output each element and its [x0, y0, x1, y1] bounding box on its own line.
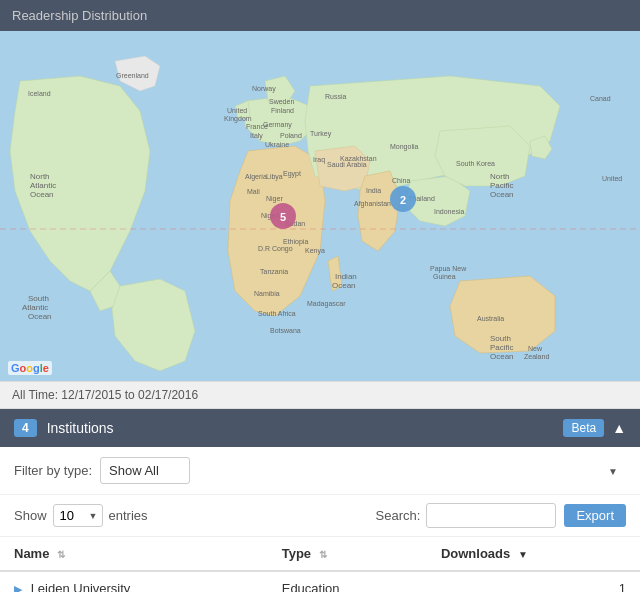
svg-text:Russia: Russia [325, 93, 347, 100]
svg-text:India: India [366, 187, 381, 194]
svg-text:5: 5 [280, 211, 286, 223]
show-label: Show [14, 508, 47, 523]
entries-label: entries [109, 508, 148, 523]
institutions-header: 4 Institutions Beta ▲ [0, 409, 640, 447]
svg-text:South Korea: South Korea [456, 160, 495, 167]
entries-select[interactable]: 10 25 50 100 [53, 504, 103, 527]
svg-text:Australia: Australia [477, 315, 504, 322]
expand-icon[interactable]: ▶ [14, 583, 22, 592]
svg-text:New: New [528, 345, 543, 352]
svg-text:Niger: Niger [266, 195, 283, 203]
svg-text:United: United [602, 175, 622, 182]
institutions-title-text: Institutions [47, 420, 114, 436]
filter-label: Filter by type: [14, 463, 92, 478]
svg-text:Finland: Finland [271, 107, 294, 114]
svg-text:Indonesia: Indonesia [434, 208, 464, 215]
beta-badge: Beta [563, 419, 604, 437]
col-type[interactable]: Type ⇅ [268, 537, 427, 571]
svg-text:Namibia: Namibia [254, 290, 280, 297]
svg-text:Guinea: Guinea [433, 273, 456, 280]
date-range-text: All Time: 12/17/2015 to 02/17/2016 [12, 388, 198, 402]
svg-text:Ocean: Ocean [490, 352, 514, 361]
svg-text:South: South [490, 334, 511, 343]
svg-text:Kenya: Kenya [305, 247, 325, 255]
svg-text:Mali: Mali [247, 188, 260, 195]
svg-text:Iceland: Iceland [28, 90, 51, 97]
svg-text:Egypt: Egypt [283, 170, 301, 178]
svg-text:Ocean: Ocean [332, 281, 356, 290]
col-type-sort-icon: ⇅ [319, 549, 327, 560]
svg-text:Libya: Libya [266, 173, 283, 181]
entries-select-wrapper: 10 25 50 100 [53, 504, 103, 527]
svg-text:Ukraine: Ukraine [265, 141, 289, 148]
search-label: Search: [376, 508, 421, 523]
svg-text:Ocean: Ocean [30, 190, 54, 199]
table-header-row: Name ⇅ Type ⇅ Downloads ▼ [0, 537, 640, 571]
date-range-bar: All Time: 12/17/2015 to 02/17/2016 [0, 381, 640, 409]
svg-text:Papua New: Papua New [430, 265, 467, 273]
svg-text:Afghanistan: Afghanistan [354, 200, 391, 208]
col-name[interactable]: Name ⇅ [0, 537, 268, 571]
svg-text:Kingdom: Kingdom [224, 115, 252, 123]
search-area: Search: Export [376, 503, 626, 528]
google-logo: Google [8, 361, 52, 375]
svg-text:Norway: Norway [252, 85, 276, 93]
filter-row: Filter by type: Show All Education Gover… [0, 447, 640, 495]
svg-text:Canad: Canad [590, 95, 611, 102]
col-downloads[interactable]: Downloads ▼ [427, 537, 640, 571]
svg-text:South: South [28, 294, 49, 303]
svg-text:Indian: Indian [335, 272, 357, 281]
svg-text:Atlantic: Atlantic [22, 303, 48, 312]
svg-text:South Africa: South Africa [258, 310, 296, 317]
svg-text:Turkey: Turkey [310, 130, 332, 138]
world-map: North Atlantic Ocean North Pacific Ocean… [0, 31, 640, 381]
svg-text:Italy: Italy [250, 132, 263, 140]
institutions-right: Beta ▲ [563, 419, 626, 437]
svg-text:Ocean: Ocean [28, 312, 52, 321]
col-name-sort-icon: ⇅ [57, 549, 65, 560]
col-type-label: Type [282, 546, 311, 561]
svg-text:Pacific: Pacific [490, 181, 514, 190]
svg-text:Madagascar: Madagascar [307, 300, 346, 308]
svg-text:2: 2 [400, 194, 406, 206]
svg-text:Ocean: Ocean [490, 190, 514, 199]
svg-text:D.R Congo: D.R Congo [258, 245, 293, 253]
svg-text:Pacific: Pacific [490, 343, 514, 352]
row-type-cell: Education [268, 571, 427, 592]
svg-text:Saudi Arabia: Saudi Arabia [327, 161, 367, 168]
institutions-title-left: 4 Institutions [14, 419, 114, 437]
filter-select-wrapper: Show All Education Government Industry H… [100, 457, 626, 484]
row-downloads-cell: 1 [427, 571, 640, 592]
institutions-table: Name ⇅ Type ⇅ Downloads ▼ ▶ Leiden Unive… [0, 537, 640, 592]
search-input[interactable] [426, 503, 556, 528]
col-downloads-label: Downloads [441, 546, 510, 561]
export-button[interactable]: Export [564, 504, 626, 527]
svg-text:Algeria: Algeria [245, 173, 267, 181]
svg-text:Greenland: Greenland [116, 72, 149, 79]
svg-text:North: North [490, 172, 510, 181]
filter-select[interactable]: Show All Education Government Industry H… [100, 457, 190, 484]
map-container: North Atlantic Ocean North Pacific Ocean… [0, 31, 640, 381]
svg-text:Poland: Poland [280, 132, 302, 139]
svg-text:China: China [392, 177, 410, 184]
svg-text:Sweden: Sweden [269, 98, 294, 105]
entries-row: Show 10 25 50 100 entries Search: Export [0, 495, 640, 537]
svg-text:Atlantic: Atlantic [30, 181, 56, 190]
col-name-label: Name [14, 546, 49, 561]
institutions-count-badge: 4 [14, 419, 37, 437]
svg-text:Germany: Germany [263, 121, 292, 129]
svg-text:North: North [30, 172, 50, 181]
institution-name: Leiden University [31, 581, 131, 592]
svg-text:Iraq: Iraq [313, 156, 325, 164]
svg-text:Botswana: Botswana [270, 327, 301, 334]
page-header: Readership Distribution [0, 0, 640, 31]
svg-text:Tanzania: Tanzania [260, 268, 288, 275]
svg-text:Zealand: Zealand [524, 353, 549, 360]
row-name-cell: ▶ Leiden University [0, 571, 268, 592]
col-downloads-sort-icon: ▼ [518, 549, 528, 560]
table-row: ▶ Leiden University Education 1 [0, 571, 640, 592]
svg-text:Mongolia: Mongolia [390, 143, 419, 151]
svg-text:United: United [227, 107, 247, 114]
collapse-button[interactable]: ▲ [612, 420, 626, 436]
page-title: Readership Distribution [12, 8, 147, 23]
